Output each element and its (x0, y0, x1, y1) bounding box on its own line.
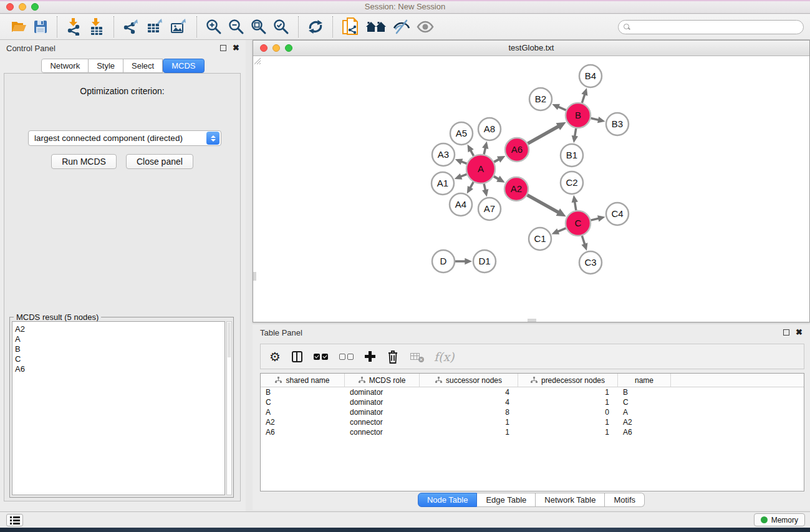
cell-shared-name[interactable]: C (261, 397, 345, 407)
tab-node-table[interactable]: Node Table (418, 493, 478, 507)
table-settings-button[interactable]: ⚙ (269, 351, 281, 363)
cell-shared-name[interactable]: A2 (261, 417, 345, 427)
column-header[interactable]: shared name (261, 374, 345, 387)
cell-shared-name[interactable]: A (261, 407, 345, 417)
edge-line[interactable] (484, 183, 485, 190)
network-window-titlebar[interactable]: testGlobe.txt (253, 41, 809, 56)
cell-predecessors[interactable]: 1 (518, 417, 618, 427)
delete-column-button[interactable] (387, 349, 399, 364)
horizontal-scroll-thumb[interactable] (528, 319, 536, 322)
run-mcds-button[interactable]: Run MCDS (51, 154, 117, 169)
edge-line[interactable] (582, 94, 584, 103)
cell-name[interactable]: B (618, 387, 671, 397)
task-history-button[interactable] (6, 514, 23, 526)
close-table-panel-icon[interactable]: ✖ (796, 329, 803, 336)
table-row[interactable]: A2 connector 1 1 A2 (261, 417, 804, 427)
cell-mcds-role[interactable]: connector (345, 427, 420, 437)
tab-select[interactable]: Select (123, 59, 163, 73)
edge-line[interactable] (471, 150, 474, 156)
cell-successors[interactable]: 8 (420, 407, 518, 417)
list-item[interactable]: A (15, 334, 224, 344)
edge-line[interactable] (527, 195, 558, 213)
create-column-button[interactable] (365, 351, 375, 362)
show-columns-button[interactable] (292, 351, 302, 362)
optimization-criterion-select[interactable]: largest connected component (directed) (28, 130, 221, 146)
open-session-button[interactable] (11, 16, 27, 37)
hide-selected-button[interactable] (393, 16, 410, 37)
table-row[interactable]: A6 connector 1 1 A6 (261, 427, 804, 437)
edge-line[interactable] (591, 118, 599, 120)
cell-shared-name[interactable]: B (261, 387, 345, 397)
edge-line[interactable] (461, 174, 467, 177)
zoom-out-button[interactable] (228, 16, 244, 37)
cell-predecessors[interactable]: 0 (518, 407, 618, 417)
zoom-in-button[interactable] (206, 16, 222, 37)
zoom-selected-button[interactable] (273, 16, 289, 37)
memory-button[interactable]: Memory (754, 513, 805, 526)
cell-name[interactable]: A6 (618, 427, 671, 437)
export-image-button[interactable] (170, 16, 188, 37)
cell-successors[interactable]: 1 (420, 427, 518, 437)
list-item[interactable]: C (15, 354, 224, 364)
first-neighbors-button[interactable] (365, 16, 387, 37)
cell-mcds-role[interactable]: connector (345, 417, 420, 427)
function-builder-button[interactable]: f(x) (434, 350, 455, 364)
column-header[interactable]: MCDS role (345, 374, 420, 387)
edge-line[interactable] (575, 201, 576, 210)
list-item[interactable]: A2 (15, 324, 224, 334)
select-all-columns-button[interactable] (314, 354, 328, 360)
export-network-button[interactable] (123, 16, 140, 37)
cell-successors[interactable]: 4 (420, 397, 518, 407)
tab-network[interactable]: Network (41, 59, 89, 73)
scrollbar-thumb[interactable] (228, 322, 231, 357)
table-row[interactable]: B dominator 4 1 B (261, 387, 804, 397)
cell-mcds-role[interactable]: dominator (345, 407, 420, 417)
float-table-panel-icon[interactable] (783, 329, 789, 336)
tab-edge-table[interactable]: Edge Table (477, 493, 536, 507)
edge-line[interactable] (494, 159, 499, 162)
cell-successors[interactable]: 4 (420, 387, 518, 397)
cell-name[interactable]: C (618, 397, 671, 407)
edge-line[interactable] (575, 128, 576, 137)
list-item[interactable]: A6 (15, 364, 224, 374)
cell-predecessors[interactable]: 1 (518, 427, 618, 437)
close-panel-button[interactable]: Close panel (126, 154, 193, 169)
search-input[interactable] (634, 22, 803, 33)
delete-table-button[interactable]: ✕ (410, 352, 423, 361)
mcds-result-list[interactable]: A2 A B C A6 (12, 321, 225, 495)
cell-mcds-role[interactable]: dominator (345, 387, 420, 397)
float-panel-icon[interactable] (220, 45, 226, 51)
edge-line[interactable] (558, 107, 566, 110)
close-panel-icon[interactable]: ✖ (233, 45, 239, 51)
clone-network-button[interactable] (342, 16, 359, 37)
edge-line[interactable] (528, 127, 558, 144)
tab-style[interactable]: Style (89, 59, 123, 73)
import-network-button[interactable] (66, 16, 82, 37)
import-table-button[interactable] (89, 16, 105, 37)
export-table-button[interactable] (147, 16, 164, 37)
cell-predecessors[interactable]: 1 (518, 397, 618, 407)
edge-line[interactable] (494, 177, 499, 179)
cell-successors[interactable]: 1 (420, 417, 518, 427)
cell-shared-name[interactable]: A6 (261, 427, 345, 437)
table-row[interactable]: C dominator 4 1 C (261, 397, 804, 407)
tab-mcds[interactable]: MCDS (163, 59, 204, 73)
save-session-button[interactable] (33, 16, 48, 37)
show-all-button[interactable] (417, 16, 434, 37)
list-item[interactable]: B (15, 344, 224, 354)
result-list-scrollbar[interactable] (226, 321, 232, 495)
edge-line[interactable] (591, 218, 599, 220)
edge-line[interactable] (470, 182, 473, 188)
cell-name[interactable]: A (618, 407, 671, 417)
resize-grip[interactable] (253, 57, 261, 65)
apply-layout-button[interactable] (307, 16, 324, 37)
column-header[interactable]: successor nodes (420, 374, 518, 387)
cell-predecessors[interactable]: 1 (518, 387, 618, 397)
zoom-fit-button[interactable] (251, 16, 267, 37)
table-row[interactable]: A dominator 8 0 A (261, 407, 804, 417)
column-header[interactable]: predecessor nodes (518, 374, 618, 387)
cell-name[interactable]: A2 (618, 417, 671, 427)
tab-network-table[interactable]: Network Table (536, 493, 605, 507)
network-canvas[interactable]: AA1A2A3A4A5A6A7A8BB1B2B3B4CC1C2C3C4DD1 (253, 57, 809, 322)
edge-line[interactable] (557, 228, 566, 231)
